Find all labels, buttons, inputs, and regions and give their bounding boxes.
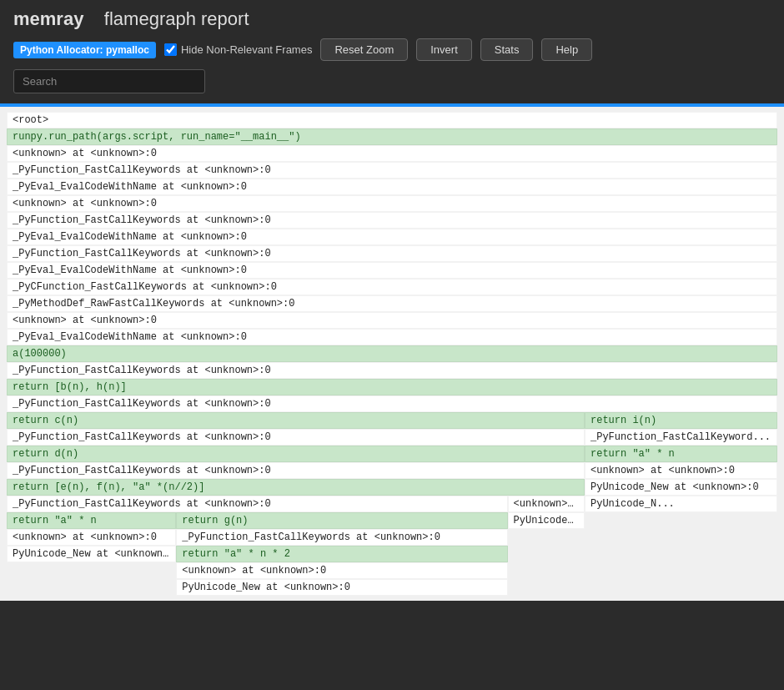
frame-pyunicode-n2[interactable]: PyUnicode_N... <box>508 512 585 529</box>
frame-return-bh[interactable]: return [b(n), h(n)] <box>7 379 777 395</box>
frame-row: _PyFunction_FastCallKeywords at <unknown… <box>7 395 777 412</box>
frame-row: runpy.run_path(args.script, run_name="__… <box>7 128 777 145</box>
frame-pyfunc5[interactable]: _PyFunction_FastCallKeywords at <unknown… <box>7 395 777 412</box>
frame-return-gn[interactable]: return g(n) <box>176 512 507 529</box>
frame-pyfunc3[interactable]: _PyFunction_FastCallKeywords at <unknown… <box>7 245 777 262</box>
invert-button[interactable]: Invert <box>416 38 472 61</box>
frame-pymethoddef[interactable]: _PyMethodDef_RawFastCallKeywords at <unk… <box>7 295 777 312</box>
search-input[interactable] <box>13 69 205 93</box>
frame-return-efn[interactable]: return [e(n), f(n), "a" *(n//2)] <box>7 479 585 496</box>
frame-pyfunc1[interactable]: _PyFunction_FastCallKeywords at <unknown… <box>7 162 777 179</box>
app-title: memray flamegraph report <box>13 8 771 30</box>
frame-root[interactable]: <root> <box>7 112 777 128</box>
hide-nonrelevant-checkbox[interactable] <box>164 43 177 56</box>
frame-return-an2[interactable]: return "a" * n <box>7 512 176 529</box>
frame-empty4 <box>7 562 176 579</box>
frame-pyfunc4[interactable]: _PyFunction_FastCallKeywords at <unknown… <box>7 362 777 379</box>
frame-unknown-right[interactable]: <unknown> at <unknown>:0 <box>585 462 777 479</box>
frame-return-cn[interactable]: return c(n) <box>7 412 585 429</box>
frame-pyeval4[interactable]: _PyEval_EvalCodeWithName at <unknown>:0 <box>7 329 777 345</box>
app-name: memray <box>13 8 83 29</box>
frame-pyfunc-left2[interactable]: _PyFunction_FastCallKeywords at <unknown… <box>7 462 585 479</box>
frame-empty6 <box>7 579 176 596</box>
frame-row: _PyMethodDef_RawFastCallKeywords at <unk… <box>7 295 777 312</box>
search-row <box>13 69 771 93</box>
header: memray flamegraph report Python Allocato… <box>0 0 784 103</box>
split-row-pyfunc-unknown: _PyFunction_FastCallKeywords at <unknown… <box>7 462 777 479</box>
multi-row-4: <unknown> at <unknown>:0 <box>7 562 777 579</box>
frame-row: _PyEval_EvalCodeWithName at <unknown>:0 <box>7 179 777 195</box>
flamegraph-area: <root> runpy.run_path(args.script, run_n… <box>0 107 784 601</box>
hide-nonrelevant-text: Hide Non-Relevant Frames <box>181 43 313 56</box>
frame-pyunicode-left[interactable]: PyUnicode_New at <unknown>:0 <box>7 546 176 562</box>
frame-unknown2[interactable]: <unknown> at <unknown>:0 <box>7 195 777 212</box>
frame-pyfunc2[interactable]: _PyFunction_FastCallKeywords at <unknown… <box>7 212 777 229</box>
frame-pyfunc-left[interactable]: _PyFunction_FastCallKeywords at <unknown… <box>7 429 585 446</box>
frame-pyfunc-gn[interactable]: _PyFunction_FastCallKeywords at <unknown… <box>176 529 507 546</box>
frame-row: return [b(n), h(n)] <box>7 379 777 395</box>
multi-row-1: return "a" * n return g(n) PyUnicode_N..… <box>7 512 777 529</box>
frame-pyunicode-n[interactable]: PyUnicode_N... <box>585 496 777 512</box>
frame-row: _PyFunction_FastCallKeywords at <unknown… <box>7 212 777 229</box>
frame-empty5 <box>508 562 777 579</box>
frame-return-in[interactable]: return i(n) <box>585 412 777 429</box>
frame-a100000[interactable]: a(100000) <box>7 345 777 362</box>
frame-row: _PyFunction_FastCallKeywords at <unknown… <box>7 362 777 379</box>
split-row-dn-an: return d(n) return "a" * n <box>7 446 777 462</box>
frame-unknown-mid[interactable]: <unknown> at <unknown>:0 <box>176 562 507 579</box>
multi-row-5: PyUnicode_New at <unknown>:0 <box>7 579 777 596</box>
frame-pyeval1[interactable]: _PyEval_EvalCodeWithName at <unknown>:0 <box>7 179 777 195</box>
frame-pyeval2[interactable]: _PyEval_EvalCodeWithName at <unknown>:0 <box>7 229 777 245</box>
frame-unknown1[interactable]: <unknown> at <unknown>:0 <box>7 145 777 162</box>
frame-row: <unknown> at <unknown>:0 <box>7 195 777 212</box>
help-button[interactable]: Help <box>541 38 592 61</box>
frame-unknown-left[interactable]: <unknown> at <unknown>:0 <box>7 529 176 546</box>
frame-pycfunc[interactable]: _PyCFunction_FastCallKeywords at <unknow… <box>7 279 777 295</box>
frame-pyunicode-right[interactable]: PyUnicode_New at <unknown>:0 <box>585 479 777 496</box>
frame-empty2 <box>508 529 777 546</box>
hide-nonrelevant-label[interactable]: Hide Non-Relevant Frames <box>164 43 313 56</box>
frame-row: _PyFunction_FastCallKeywords at <unknown… <box>7 245 777 262</box>
multi-row-2: <unknown> at <unknown>:0 _PyFunction_Fas… <box>7 529 777 546</box>
frame-runpy[interactable]: runpy.run_path(args.script, run_name="__… <box>7 128 777 145</box>
frame-row: _PyFunction_FastCallKeywords at <unknown… <box>7 162 777 179</box>
frame-row: _PyEval_EvalCodeWithName at <unknown>:0 <box>7 229 777 245</box>
multi-row-3: PyUnicode_New at <unknown>:0 return "a" … <box>7 546 777 562</box>
split-row-cn-in: return c(n) return i(n) <box>7 412 777 429</box>
frame-row: <unknown> at <unknown>:0 <box>7 312 777 329</box>
frame-row: <unknown> at <unknown>:0 <box>7 145 777 162</box>
frame-pyunicode-mid[interactable]: PyUnicode_New at <unknown>:0 <box>176 579 507 596</box>
frame-row: <root> <box>7 112 777 128</box>
frame-row: _PyCFunction_FastCallKeywords at <unknow… <box>7 279 777 295</box>
split-row-pyfunc-pyfunc: _PyFunction_FastCallKeywords at <unknown… <box>7 429 777 446</box>
split-row-pyfunc-unknown2: _PyFunction_FastCallKeywords at <unknown… <box>7 496 777 512</box>
stats-button[interactable]: Stats <box>480 38 534 61</box>
frame-row: _PyEval_EvalCodeWithName at <unknown>:0 <box>7 262 777 279</box>
frame-return-an[interactable]: return "a" * n <box>585 446 777 462</box>
allocator-badge: Python Allocator: pymalloc <box>13 42 156 58</box>
frame-return-an2x[interactable]: return "a" * n * 2 <box>176 546 507 562</box>
reset-zoom-button[interactable]: Reset Zoom <box>320 38 408 61</box>
frame-return-dn[interactable]: return d(n) <box>7 446 585 462</box>
frame-row: a(100000) <box>7 345 777 362</box>
frame-unknown3[interactable]: <unknown> at <unknown>:0 <box>7 312 777 329</box>
frame-pyeval3[interactable]: _PyEval_EvalCodeWithName at <unknown>:0 <box>7 262 777 279</box>
frame-empty7 <box>508 579 777 596</box>
frame-unknown-a[interactable]: <unknown> a... <box>508 496 585 512</box>
split-row-efn-pyunicode: return [e(n), f(n), "a" *(n//2)] PyUnico… <box>7 479 777 496</box>
controls-row: Python Allocator: pymalloc Hide Non-Rele… <box>13 38 771 61</box>
frame-pyfunc-right[interactable]: _PyFunction_FastCallKeyword... <box>585 429 777 446</box>
frame-pyfunc-left3[interactable]: _PyFunction_FastCallKeywords at <unknown… <box>7 496 508 512</box>
frame-row: _PyEval_EvalCodeWithName at <unknown>:0 <box>7 329 777 345</box>
frame-empty3 <box>508 546 777 562</box>
report-type: flamegraph report <box>104 8 249 29</box>
